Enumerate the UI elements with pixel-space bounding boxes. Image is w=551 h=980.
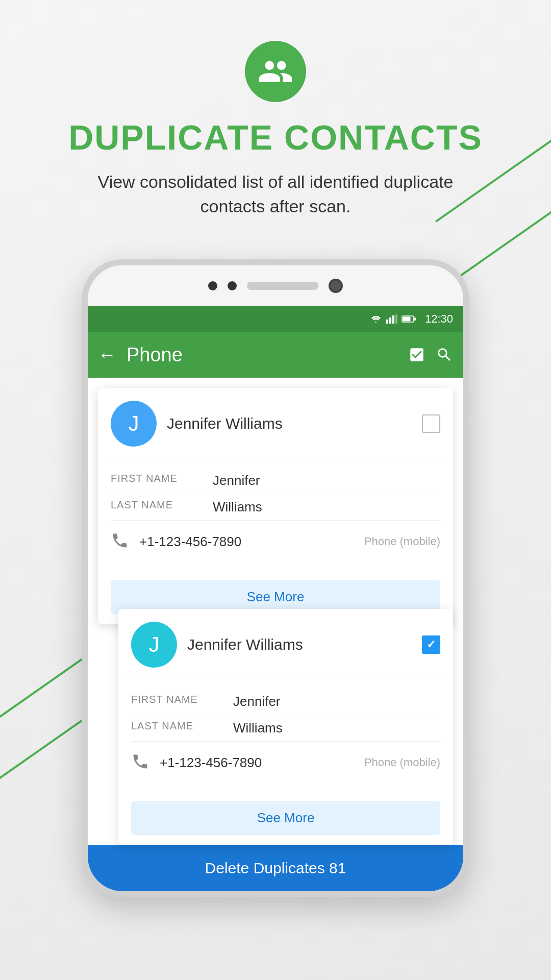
- contact-name-front: Jennifer Williams: [187, 636, 412, 653]
- lastname-value-front: Williams: [233, 720, 283, 736]
- svg-rect-5: [402, 317, 410, 322]
- detail-row-firstname-front: FIRST NAME Jennifer: [131, 689, 440, 715]
- phone-row-front: +1-123-456-7890 Phone (mobile): [131, 742, 440, 783]
- phone-top-bar: [88, 265, 463, 306]
- contacts-group-icon: [258, 54, 293, 89]
- phone-dot-2: [228, 281, 237, 290]
- lastname-label-front: LAST NAME: [131, 720, 233, 736]
- detail-row-lastname-front: LAST NAME Williams: [131, 715, 440, 742]
- app-icon-circle: [245, 41, 306, 102]
- lastname-label-back: LAST NAME: [111, 499, 213, 515]
- page-subtitle: View consolidated list of all identified…: [97, 170, 454, 218]
- card-front-header: J Jennifer Williams: [118, 609, 453, 678]
- phone-mockup: 12:30 ← Phone J: [82, 259, 469, 897]
- phone-number-back: +1-123-456-7890: [139, 534, 354, 550]
- checkbox-back[interactable]: [422, 414, 440, 433]
- wifi-icon: [370, 314, 382, 324]
- detail-row-lastname-back: LAST NAME Williams: [111, 494, 440, 521]
- delete-bar[interactable]: Delete Duplicates 81: [88, 845, 463, 891]
- checkbox-front[interactable]: [422, 635, 440, 654]
- status-icons: [370, 314, 416, 324]
- select-all-icon[interactable]: [408, 346, 425, 363]
- phone-number-front: +1-123-456-7890: [160, 755, 354, 771]
- svg-rect-0: [386, 320, 388, 324]
- signal-icon: [386, 314, 397, 324]
- avatar-back-letter: J: [129, 411, 139, 436]
- phone-row-back: +1-123-456-7890 Phone (mobile): [111, 521, 440, 562]
- firstname-label-front: FIRST NAME: [131, 694, 233, 709]
- detail-row-firstname-back: FIRST NAME Jennifer: [111, 468, 440, 494]
- phone-icon-back: [111, 531, 129, 552]
- card-back-header: J Jennifer Williams: [98, 388, 453, 457]
- search-icon[interactable]: [436, 346, 453, 363]
- battery-icon: [402, 315, 416, 323]
- app-header-title: Phone: [127, 344, 398, 366]
- lastname-value-back: Williams: [213, 499, 262, 515]
- phone-dot-1: [208, 281, 217, 290]
- status-time: 12:30: [425, 312, 453, 326]
- see-more-button-front[interactable]: See More: [131, 801, 440, 835]
- firstname-value-back: Jennifer: [213, 473, 260, 488]
- contact-card-back: J Jennifer Williams FIRST NAME Jennifer …: [98, 388, 453, 624]
- svg-rect-1: [389, 317, 391, 324]
- svg-rect-3: [395, 314, 397, 324]
- cards-container: J Jennifer Williams FIRST NAME Jennifer …: [88, 378, 463, 845]
- phone-type-front: Phone (mobile): [364, 756, 440, 769]
- firstname-label-back: FIRST NAME: [111, 473, 213, 488]
- avatar-back: J: [111, 401, 157, 447]
- contact-name-back: Jennifer Williams: [167, 415, 412, 432]
- avatar-front-letter: J: [149, 632, 160, 657]
- phone-speaker: [247, 282, 318, 290]
- phone-type-back: Phone (mobile): [364, 535, 440, 548]
- avatar-front: J: [131, 622, 177, 668]
- svg-rect-6: [414, 317, 416, 321]
- svg-rect-2: [392, 315, 394, 324]
- card-front-details: FIRST NAME Jennifer LAST NAME Williams: [118, 678, 453, 793]
- phone-camera: [329, 279, 343, 293]
- delete-bar-label: Delete Duplicates 81: [205, 860, 346, 877]
- status-bar: 12:30: [88, 306, 463, 332]
- card-back-details: FIRST NAME Jennifer LAST NAME Williams: [98, 457, 453, 572]
- page-title: DUPLICATE CONTACTS: [68, 117, 483, 157]
- app-header: ← Phone: [88, 332, 463, 378]
- firstname-value-front: Jennifer: [233, 694, 281, 709]
- contact-card-front: J Jennifer Williams FIRST NAME Jennifer …: [118, 609, 453, 845]
- back-button[interactable]: ←: [98, 344, 116, 365]
- phone-icon-front: [131, 752, 149, 773]
- header-icons: [408, 346, 453, 363]
